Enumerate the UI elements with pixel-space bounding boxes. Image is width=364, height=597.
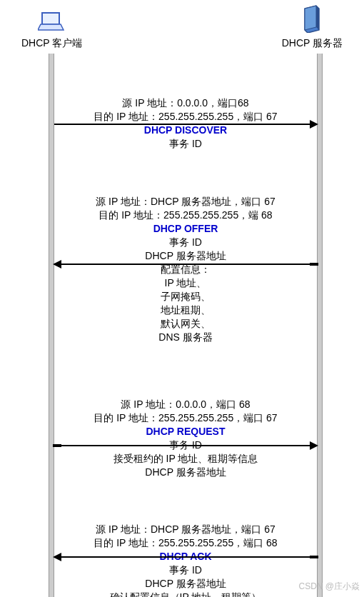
offer-dns: DNS 服务器: [54, 331, 317, 344]
client-label: DHCP 客户端: [21, 37, 82, 50]
message-offer: 源 IP 地址：DHCP 服务器地址，端口 67 目的 IP 地址：255.25…: [54, 195, 317, 344]
client-endpoint: DHCP 客户端: [21, 10, 82, 50]
client-lifeline: [49, 54, 54, 597]
ack-server: DHCP 服务器地址: [54, 577, 317, 591]
offer-title: DHCP OFFER: [54, 222, 317, 236]
ack-tid: 事务 ID: [54, 563, 317, 577]
server-lifeline: [317, 54, 323, 597]
laptop-icon: [38, 10, 66, 35]
offer-lease: 地址租期、: [54, 303, 317, 317]
message-request: 源 IP 地址：0.0.0.0，端口 68 目的 IP 地址：255.255.2…: [54, 398, 317, 479]
server-icon: [302, 4, 322, 35]
request-accept: 接受租约的 IP 地址、租期等信息: [54, 452, 317, 466]
server-label: DHCP 服务器: [282, 37, 343, 50]
request-server: DHCP 服务器地址: [54, 466, 317, 479]
arrow-offer: [54, 264, 317, 265]
discover-dst: 目的 IP 地址：255.255.255.255，端口 67: [54, 110, 317, 124]
request-title: DHCP REQUEST: [54, 425, 317, 439]
offer-mask: 子网掩码、: [54, 290, 317, 303]
offer-src: 源 IP 地址：DHCP 服务器地址，端口 67: [54, 195, 317, 209]
discover-tid: 事务 ID: [54, 137, 317, 151]
offer-server: DHCP 服务器地址: [54, 249, 317, 263]
arrow-ack: [54, 556, 317, 558]
discover-src: 源 IP 地址：0.0.0.0，端口68: [54, 96, 317, 110]
offer-ip: IP 地址、: [54, 276, 317, 290]
offer-dst: 目的 IP 地址：255.255.255.255，端 68: [54, 209, 317, 222]
arrow-request: [54, 445, 317, 446]
message-ack: 源 IP 地址：DHCP 服务器地址，端口 67 目的 IP 地址：255.25…: [54, 523, 317, 597]
messages-area: 源 IP 地址：0.0.0.0，端口68 目的 IP 地址：255.255.25…: [54, 54, 317, 597]
server-endpoint: DHCP 服务器: [282, 4, 343, 50]
request-dst: 目的 IP 地址：255.255.255.255，端口 67: [54, 411, 317, 425]
discover-title: DHCP DISCOVER: [54, 124, 317, 138]
request-src: 源 IP 地址：0.0.0.0，端口 68: [54, 398, 317, 411]
offer-gw: 默认网关、: [54, 317, 317, 331]
diagram-header: DHCP 客户端 DHCP 服务器: [0, 0, 364, 54]
ack-dst: 目的 IP 地址：255.255.255.255，端口 68: [54, 536, 317, 550]
offer-tid: 事务 ID: [54, 236, 317, 249]
ack-src: 源 IP 地址：DHCP 服务器地址，端口 67: [54, 523, 317, 536]
ack-confirm: 确认配置信息（IP 地址、租期等）: [54, 591, 317, 597]
watermark: CSDN @庄小焱: [298, 581, 360, 593]
arrow-discover: [54, 124, 317, 125]
